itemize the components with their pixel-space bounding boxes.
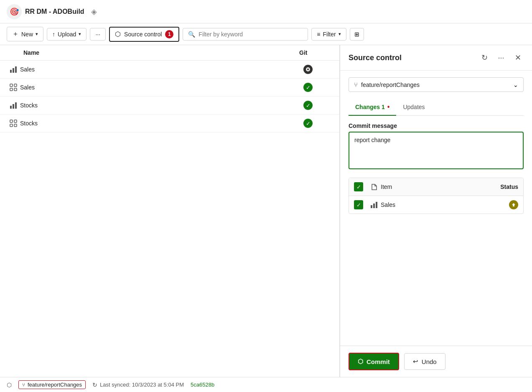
upload-label: Upload [58, 31, 76, 38]
source-control-title: Source control [349, 53, 479, 62]
status-col-header: Status [485, 183, 518, 190]
upload-button[interactable]: ↑ Upload ▾ [47, 28, 87, 41]
filter-button[interactable]: ≡ Filter ▾ [311, 28, 346, 41]
svg-rect-0 [10, 70, 12, 73]
commit-message-input[interactable]: report change [349, 132, 524, 169]
git-status-pin-icon [303, 65, 313, 74]
table-row[interactable]: Sales [0, 61, 339, 79]
last-synced-text: Last synced: 10/3/2023 at 5:04 PM [100, 382, 184, 388]
grid-icon [7, 120, 20, 127]
chevron-down-icon: ▾ [36, 31, 38, 37]
filter-icon: ≡ [317, 31, 320, 38]
chevron-down-icon: ▾ [79, 31, 81, 37]
svg-rect-15 [14, 124, 17, 127]
close-icon: ✕ [515, 53, 521, 62]
refresh-button[interactable]: ↻ [479, 52, 490, 64]
refresh-icon: ↻ [481, 53, 488, 62]
source-control-button[interactable]: ⬡ Source control 1 [109, 27, 179, 42]
bar-chart-icon [367, 201, 381, 209]
commit-label: Commit [367, 358, 390, 365]
changes-dot: • [387, 103, 390, 111]
source-control-status-icon: ⬡ [7, 382, 12, 388]
chevron-down-icon: ⌄ [513, 81, 518, 88]
source-control-header-actions: ↻ ··· ✕ [479, 52, 524, 64]
change-file-name: Sales [381, 201, 485, 208]
close-button[interactable]: ✕ [512, 52, 524, 64]
source-control-badge: 1 [165, 30, 173, 38]
table-row[interactable]: Sales ✓ [0, 79, 339, 97]
new-label: New [21, 31, 33, 38]
undo-label: Undo [422, 358, 437, 365]
commit-button[interactable]: ⬡ Commit [349, 353, 399, 370]
commit-message-label: Commit message [349, 122, 524, 129]
select-all-checkbox[interactable]: ✓ [354, 182, 363, 191]
tab-updates-label: Updates [403, 104, 425, 110]
view-toggle-button[interactable]: ⊞ [350, 28, 364, 41]
svg-rect-8 [14, 88, 17, 91]
table-row[interactable]: Stocks ✓ [0, 115, 339, 132]
more-button[interactable]: ··· [90, 28, 106, 41]
svg-rect-12 [10, 120, 13, 122]
sync-icon: ↻ [92, 382, 97, 388]
app-title: RR DM - ADOBuild [25, 8, 84, 15]
branch-status-item[interactable]: ⑂ feature/reportChanges [18, 380, 86, 389]
source-control-footer: ⬡ Commit ↩ Undo [340, 346, 532, 377]
branch-selector[interactable]: ⑂ feature/reportChanges ⌄ [349, 77, 524, 92]
svg-rect-1 [13, 68, 14, 73]
item-icon-header [367, 183, 381, 190]
chevron-down-icon: ▾ [339, 31, 341, 37]
search-icon: 🔍 [188, 31, 195, 38]
more-options-button[interactable]: ··· [495, 52, 507, 64]
source-control-icon: ⬡ [115, 30, 121, 38]
git-status-check-icon: ✓ [303, 83, 313, 92]
commit-hash: 5ca6528b [191, 382, 214, 388]
source-control-header: Source control ↻ ··· ✕ [340, 45, 532, 71]
source-control-body: ⑂ feature/reportChanges ⌄ Changes 1 • Up… [340, 71, 532, 346]
git-status-check-icon: ✓ [303, 101, 313, 110]
file-status: ✓ [299, 119, 333, 128]
item-checkbox[interactable]: ✓ [354, 200, 363, 209]
tab-updates[interactable]: Updates [396, 99, 431, 116]
sync-status: ↻ Last synced: 10/3/2023 at 5:04 PM [92, 382, 184, 388]
modified-icon [509, 200, 518, 209]
svg-rect-7 [10, 88, 13, 91]
change-item: ✓ Sales [349, 196, 523, 214]
changes-table-header: ✓ Item Status [349, 178, 523, 196]
bar-chart-icon [7, 102, 20, 109]
upload-icon: ↑ [52, 31, 55, 38]
source-control-label: Source control [124, 31, 162, 38]
file-name: Sales [20, 84, 299, 91]
file-name: Stocks [20, 102, 299, 109]
changes-table: ✓ Item Status ✓ [349, 178, 524, 214]
commit-icon: ⬡ [358, 358, 363, 365]
svg-rect-10 [13, 104, 14, 109]
change-status-icon [485, 200, 518, 209]
main-toolbar: ＋ New ▾ ↑ Upload ▾ ··· ⬡ Source control … [0, 23, 532, 45]
col-git-header: Git [299, 49, 333, 56]
filter-input[interactable] [199, 31, 303, 38]
view-icon: ⊞ [354, 31, 359, 38]
file-status: ✓ [299, 101, 333, 110]
new-button[interactable]: ＋ New ▾ [7, 27, 43, 41]
undo-icon: ↩ [413, 358, 418, 365]
search-box[interactable]: 🔍 [183, 28, 308, 41]
svg-point-4 [307, 69, 309, 70]
file-list-panel: Name Git Sales [0, 45, 340, 377]
svg-rect-2 [15, 66, 17, 73]
commit-message-section: Commit message report change [349, 122, 524, 171]
status-bar: ⬡ ⑂ feature/reportChanges ↻ Last synced:… [0, 377, 532, 392]
hash-value: 5ca6528b [191, 382, 214, 388]
file-status [299, 65, 333, 74]
tab-changes-label: Changes 1 [355, 104, 385, 110]
branch-status-name: feature/reportChanges [28, 382, 82, 388]
svg-rect-18 [376, 202, 377, 208]
table-row[interactable]: Stocks ✓ [0, 97, 339, 115]
filter-label: Filter [323, 31, 336, 38]
col-name-header: Name [23, 49, 299, 56]
undo-button[interactable]: ↩ Undo [404, 353, 445, 370]
source-control-tabs: Changes 1 • Updates [349, 99, 524, 116]
branch-icon: ⑂ [22, 382, 25, 388]
tab-changes[interactable]: Changes 1 • [349, 99, 396, 116]
file-list-header: Name Git [0, 45, 339, 61]
file-name: Stocks [20, 120, 299, 127]
